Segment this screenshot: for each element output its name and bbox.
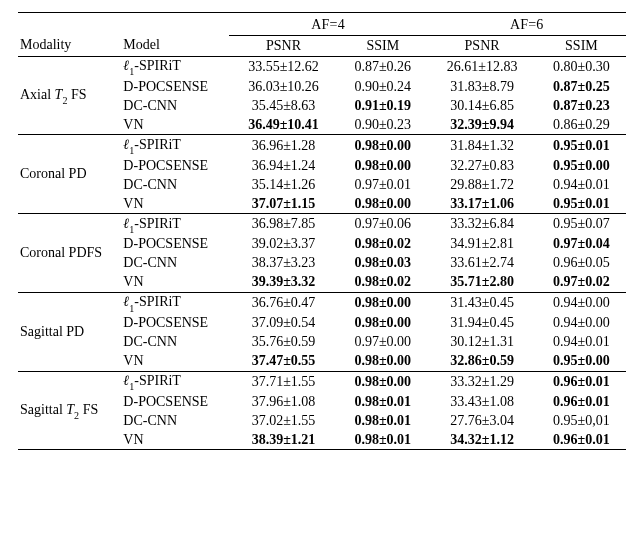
cell-af6-psnr: 33.17±1.06 bbox=[427, 194, 536, 214]
cell-af4-ssim: 0.98±0.01 bbox=[338, 411, 427, 430]
model-cell: DC-CNN bbox=[121, 411, 228, 430]
cell-af6-ssim: 0.94±0.00 bbox=[537, 292, 626, 313]
modality-cell: Coronal PD bbox=[18, 135, 121, 214]
col-header-modality: Modality bbox=[18, 36, 121, 57]
cell-af4-ssim: 0.97±0.01 bbox=[338, 175, 427, 194]
cell-af4-psnr: 37.09±0.54 bbox=[229, 314, 338, 333]
model-cell: ℓ1-SPIRiT bbox=[121, 371, 228, 392]
model-cell: VN bbox=[121, 273, 228, 293]
cell-af6-psnr: 31.84±1.32 bbox=[427, 135, 536, 156]
table-row: Coronal PDFSℓ1-SPIRiT36.98±7.850.97±0.06… bbox=[18, 214, 626, 235]
cell-af6-ssim: 0.96±0.01 bbox=[537, 392, 626, 411]
model-cell: DC-CNN bbox=[121, 96, 228, 115]
model-cell: DC-CNN bbox=[121, 333, 228, 352]
cell-af4-ssim: 0.98±0.00 bbox=[338, 314, 427, 333]
cell-af6-ssim: 0.94±0.00 bbox=[537, 314, 626, 333]
cell-af6-psnr: 33.43±1.08 bbox=[427, 392, 536, 411]
col-group-af4: AF=4 bbox=[229, 13, 428, 36]
cell-af6-ssim: 0.96±0.05 bbox=[537, 254, 626, 273]
table-row: Sagittal T2 FSℓ1-SPIRiT37.71±1.550.98±0.… bbox=[18, 371, 626, 392]
cell-af4-psnr: 38.39±1.21 bbox=[229, 430, 338, 449]
cell-af6-ssim: 0.95±0.07 bbox=[537, 214, 626, 235]
cell-af4-psnr: 37.96±1.08 bbox=[229, 392, 338, 411]
cell-af6-psnr: 35.71±2.80 bbox=[427, 273, 536, 293]
cell-af6-psnr: 33.61±2.74 bbox=[427, 254, 536, 273]
cell-af4-ssim: 0.98±0.01 bbox=[338, 430, 427, 449]
model-cell: ℓ1-SPIRiT bbox=[121, 56, 228, 77]
cell-af4-psnr: 39.39±3.32 bbox=[229, 273, 338, 293]
cell-af4-psnr: 38.37±3.23 bbox=[229, 254, 338, 273]
cell-af4-psnr: 39.02±3.37 bbox=[229, 235, 338, 254]
cell-af6-ssim: 0.86±0.29 bbox=[537, 115, 626, 135]
table-row: Axial T2 FSℓ1-SPIRiT33.55±12.620.87±0.26… bbox=[18, 56, 626, 77]
model-cell: VN bbox=[121, 194, 228, 214]
cell-af4-psnr: 36.49±10.41 bbox=[229, 115, 338, 135]
cell-af6-ssim: 0.95±0.01 bbox=[537, 135, 626, 156]
modality-cell: Sagittal PD bbox=[18, 292, 121, 371]
cell-af4-ssim: 0.98±0.00 bbox=[338, 292, 427, 313]
cell-af4-ssim: 0.90±0.24 bbox=[338, 77, 427, 96]
cell-af4-ssim: 0.90±0.23 bbox=[338, 115, 427, 135]
cell-af6-psnr: 33.32±1.29 bbox=[427, 371, 536, 392]
cell-af4-ssim: 0.98±0.02 bbox=[338, 235, 427, 254]
model-cell: D-POCSENSE bbox=[121, 77, 228, 96]
cell-af6-psnr: 31.83±8.79 bbox=[427, 77, 536, 96]
cell-af6-ssim: 0.87±0.25 bbox=[537, 77, 626, 96]
cell-af6-ssim: 0.96±0.01 bbox=[537, 371, 626, 392]
modality-cell: Sagittal T2 FS bbox=[18, 371, 121, 449]
cell-af4-ssim: 0.98±0.02 bbox=[338, 273, 427, 293]
cell-af6-ssim: 0.95±0.01 bbox=[537, 194, 626, 214]
cell-af4-ssim: 0.91±0.19 bbox=[338, 96, 427, 115]
cell-af4-psnr: 36.76±0.47 bbox=[229, 292, 338, 313]
col-header-ssim-af6: SSIM bbox=[537, 36, 626, 57]
modality-cell: Axial T2 FS bbox=[18, 56, 121, 135]
cell-af6-psnr: 33.32±6.84 bbox=[427, 214, 536, 235]
cell-af6-ssim: 0.80±0.30 bbox=[537, 56, 626, 77]
cell-af6-psnr: 34.32±1.12 bbox=[427, 430, 536, 449]
model-cell: ℓ1-SPIRiT bbox=[121, 214, 228, 235]
cell-af4-psnr: 33.55±12.62 bbox=[229, 56, 338, 77]
cell-af4-ssim: 0.97±0.00 bbox=[338, 333, 427, 352]
cell-af6-psnr: 27.76±3.04 bbox=[427, 411, 536, 430]
cell-af6-psnr: 32.86±0.59 bbox=[427, 352, 536, 372]
cell-af4-ssim: 0.87±0.26 bbox=[338, 56, 427, 77]
model-cell: DC-CNN bbox=[121, 254, 228, 273]
cell-af6-psnr: 32.39±9.94 bbox=[427, 115, 536, 135]
cell-af4-ssim: 0.98±0.03 bbox=[338, 254, 427, 273]
cell-af4-psnr: 37.47±0.55 bbox=[229, 352, 338, 372]
cell-af4-ssim: 0.98±0.00 bbox=[338, 135, 427, 156]
col-header-ssim-af4: SSIM bbox=[338, 36, 427, 57]
modality-cell: Coronal PDFS bbox=[18, 214, 121, 293]
cell-af4-psnr: 37.07±1.15 bbox=[229, 194, 338, 214]
cell-af4-psnr: 37.71±1.55 bbox=[229, 371, 338, 392]
model-cell: VN bbox=[121, 352, 228, 372]
table-row: Coronal PDℓ1-SPIRiT36.96±1.280.98±0.0031… bbox=[18, 135, 626, 156]
cell-af6-psnr: 26.61±12.83 bbox=[427, 56, 536, 77]
model-cell: D-POCSENSE bbox=[121, 392, 228, 411]
cell-af6-ssim: 0.97±0.04 bbox=[537, 235, 626, 254]
col-header-psnr-af4: PSNR bbox=[229, 36, 338, 57]
cell-af4-psnr: 35.76±0.59 bbox=[229, 333, 338, 352]
cell-af4-psnr: 35.45±8.63 bbox=[229, 96, 338, 115]
col-header-model: Model bbox=[121, 36, 228, 57]
results-table: AF=4 AF=6 Modality Model PSNR SSIM PSNR … bbox=[18, 12, 626, 450]
table-row: Sagittal PDℓ1-SPIRiT36.76±0.470.98±0.003… bbox=[18, 292, 626, 313]
cell-af6-psnr: 31.94±0.45 bbox=[427, 314, 536, 333]
cell-af4-psnr: 36.96±1.28 bbox=[229, 135, 338, 156]
cell-af4-ssim: 0.98±0.00 bbox=[338, 371, 427, 392]
cell-af4-psnr: 35.14±1.26 bbox=[229, 175, 338, 194]
cell-af4-psnr: 36.03±10.26 bbox=[229, 77, 338, 96]
cell-af6-ssim: 0.87±0.23 bbox=[537, 96, 626, 115]
cell-af4-ssim: 0.98±0.01 bbox=[338, 392, 427, 411]
cell-af4-psnr: 36.98±7.85 bbox=[229, 214, 338, 235]
cell-af6-ssim: 0.95±0,01 bbox=[537, 411, 626, 430]
model-cell: D-POCSENSE bbox=[121, 314, 228, 333]
cell-af6-psnr: 29.88±1.72 bbox=[427, 175, 536, 194]
cell-af6-psnr: 32.27±0.83 bbox=[427, 156, 536, 175]
cell-af4-ssim: 0.98±0.00 bbox=[338, 156, 427, 175]
cell-af6-ssim: 0.96±0.01 bbox=[537, 430, 626, 449]
cell-af4-ssim: 0.97±0.06 bbox=[338, 214, 427, 235]
cell-af6-psnr: 31.43±0.45 bbox=[427, 292, 536, 313]
cell-af4-psnr: 36.94±1.24 bbox=[229, 156, 338, 175]
cell-af6-ssim: 0.95±0.00 bbox=[537, 156, 626, 175]
